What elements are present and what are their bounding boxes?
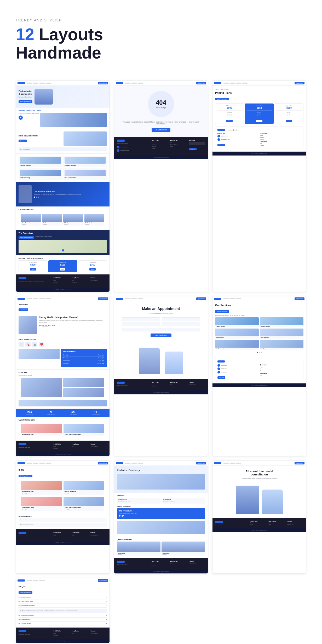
patient-image	[19, 185, 32, 203]
layout-2-card[interactable]: Appointment 404 Error Page The page you …	[114, 80, 208, 292]
layout-8-card[interactable]: Appointment Pediatric Dentistry Services…	[114, 461, 208, 574]
stat-1: 1500 Patients Cured	[26, 411, 33, 415]
appointment-submit-btn[interactable]: Book Appointment	[151, 334, 172, 337]
faq-item-4[interactable]: Do you accept insurance? +	[19, 614, 107, 618]
plan-card-1: All Physicians $900 Service 1 Service 2 …	[215, 104, 244, 124]
error-description: The page you are looking for might have …	[119, 121, 203, 125]
heading-text: Layouts	[34, 25, 103, 44]
proc-btn-1[interactable]: Book an Appointment	[19, 236, 34, 239]
nav-cta-9[interactable]: Appointment	[295, 462, 304, 464]
error-home-btn[interactable]: Go Back Home	[152, 128, 170, 132]
blog-btn[interactable]: Book Appointment	[19, 475, 32, 477]
consult-doctor-2	[262, 490, 283, 514]
nav-items-5	[125, 298, 195, 299]
nav-cta-2[interactable]: Appointment	[196, 82, 206, 84]
hero-btn[interactable]: Book Appointment	[19, 100, 32, 103]
pricing-page-btn[interactable]: Book Appointment	[215, 98, 229, 100]
appointment-btn[interactable]: Services	[19, 140, 27, 142]
layout-1-card[interactable]: Appointment Find a doctor& book online W…	[16, 80, 110, 292]
pediatric-hero: Pediatric Dentistry	[114, 466, 208, 493]
layout-5-nav: Appointment	[114, 296, 208, 301]
copyright: © 2024 Dentino. All rights reserved.	[16, 288, 110, 292]
clinic-title: Our Clinic	[19, 372, 107, 373]
input-first-name[interactable]	[122, 317, 160, 321]
facts-section: Facts About Dentino 🦷 💊 🔬 ❤️ Our Timetab…	[16, 336, 110, 370]
services-page-btn[interactable]: Book Appointment	[215, 310, 229, 313]
appointment-doctors	[114, 342, 208, 379]
footer-col-3: Help Center FAQ Contact Us	[72, 277, 88, 285]
doc-card-2: Tobyan Foster Orthodontist	[162, 542, 205, 556]
layout-5-card[interactable]: Appointment Make an Appointment Fill in …	[114, 296, 208, 456]
layout-10-card[interactable]: Appointment FAQs Book Appointment What i…	[16, 578, 110, 643]
nav-cta-8[interactable]: Appointment	[196, 462, 206, 464]
layout-4-card[interactable]: Appointment About Us Know About Us Carin…	[16, 296, 110, 456]
doc-card-1: Alissa Pazinski Orthodontist	[117, 542, 160, 556]
faq-btn[interactable]: Book Appointment	[19, 591, 32, 594]
footer-col-2: Quick Links Home Services Doctors	[54, 277, 70, 285]
layout-6-card[interactable]: Appointment Our Services Book Appointmen…	[212, 296, 306, 456]
faq-item-2[interactable]: How often should I visit? +	[19, 600, 107, 604]
make-appointment-section: Make an Appointment Services Free Consul…	[16, 129, 110, 154]
pediatric-hero-img	[117, 474, 205, 490]
news-title: Latest Dental News	[19, 419, 107, 421]
patient-title: Our Patient About Us	[34, 190, 81, 193]
hero-text: Find a doctor& book online We work to be…	[19, 90, 32, 103]
clinic-text: State-of-the-art facilities	[19, 375, 107, 376]
team-grid: Alissa Kazinski Orthodontist Ellie Colem…	[19, 212, 107, 228]
pricing-card-3: Urgent Care $350 Select	[78, 260, 107, 272]
nav-logo	[18, 82, 25, 84]
stat-4: 10 Years Experience	[91, 411, 100, 415]
about-section: About Us Know About Us	[16, 301, 110, 314]
layout-3-card[interactable]: Appointment Home / Pages / Pricing Prici…	[212, 80, 306, 292]
copyright-appointment: © 2024 Dentino. All rights reserved.	[114, 390, 208, 394]
pricing-section: Dentino Clinic Pricing Plans All Physici…	[16, 255, 110, 274]
svc-card-5: Free Consultation	[215, 340, 259, 350]
input-last-name[interactable]	[162, 317, 200, 321]
nav-cta-10[interactable]: Appointment	[98, 579, 108, 582]
faq-item-6[interactable]: Do you treat children? +	[19, 622, 107, 625]
pricing-card-1: All Physicians $900 Select	[19, 260, 47, 272]
clinic-img-4	[19, 400, 107, 406]
input-message[interactable]	[122, 328, 200, 331]
pricing-title: Dentino Clinic Pricing Plans	[19, 257, 107, 259]
faq-item-5[interactable]: What are your hours? +	[19, 618, 107, 622]
nav-cta[interactable]: Appointment	[98, 82, 108, 84]
layouts-grid: Appointment Find a doctor& book online W…	[16, 80, 306, 643]
services-list-grid: Pediatric Dentistry Cosmetic Dentistry D…	[215, 317, 303, 350]
header-section: TRENDY AND STYLISH 12 Layouts Handmade	[16, 10, 306, 73]
pricing-cards: All Physicians $900 Select Doctor Visits…	[19, 260, 107, 272]
patient-content: Our Patient About Us We provide the best…	[34, 190, 81, 198]
layout-7-card[interactable]: Appointment Blog Book Appointment Medica…	[16, 461, 110, 574]
svc-card-6: Full Diagnosis	[260, 340, 303, 350]
input-phone[interactable]	[122, 323, 160, 326]
proc-blue-box: The Procedure Step-by-step process for t…	[117, 508, 205, 519]
faq-item-3[interactable]: What services do you offer? −	[19, 604, 107, 608]
nav-items-3	[223, 83, 294, 84]
fact-icon-4: ❤️	[39, 342, 44, 347]
extra-info: dentino@mail.com Contact Info +02 0097 8…	[215, 126, 303, 149]
doctors-title: Qualified Doctors	[117, 538, 205, 540]
pediatric-img-placeholder	[117, 521, 205, 534]
nav-cta-5[interactable]: Appointment	[196, 297, 206, 300]
copyright-404: © 2024 Dentino. All rights reserved.	[114, 155, 208, 159]
map-pin	[62, 249, 65, 252]
input-email[interactable]	[162, 323, 200, 326]
nav-items-6	[223, 298, 294, 299]
nav-items-4	[27, 298, 97, 299]
fact-icon-3: 🔬	[32, 342, 37, 347]
comment-1: Medical teeth care comment...	[19, 518, 107, 522]
nav-logo-9	[214, 462, 221, 464]
nav-cta-7[interactable]: Appointment	[98, 462, 108, 464]
faq-item-1[interactable]: What is dental care? +	[19, 596, 107, 600]
clinic-img-3	[63, 388, 104, 397]
layout-8-nav: Appointment	[114, 461, 208, 466]
layout-9-card[interactable]: Appointment All about free dentalconsult…	[212, 461, 306, 574]
patient-text: We provide the best dental care with mod…	[34, 193, 81, 195]
copyright-consultation: © 2024 Dentino. All rights reserved.	[212, 528, 306, 532]
nav-cta-3[interactable]: Appointment	[295, 82, 304, 84]
nav-cta-4[interactable]: Appointment	[98, 297, 108, 300]
about-btn[interactable]: Know About Us	[19, 308, 28, 311]
nav-cta-6[interactable]: Appointment	[295, 297, 304, 300]
consultation-text: Get professional dental consultation fro…	[216, 478, 302, 479]
team-card-4: Matthew Parker Orthodontist	[84, 214, 105, 226]
